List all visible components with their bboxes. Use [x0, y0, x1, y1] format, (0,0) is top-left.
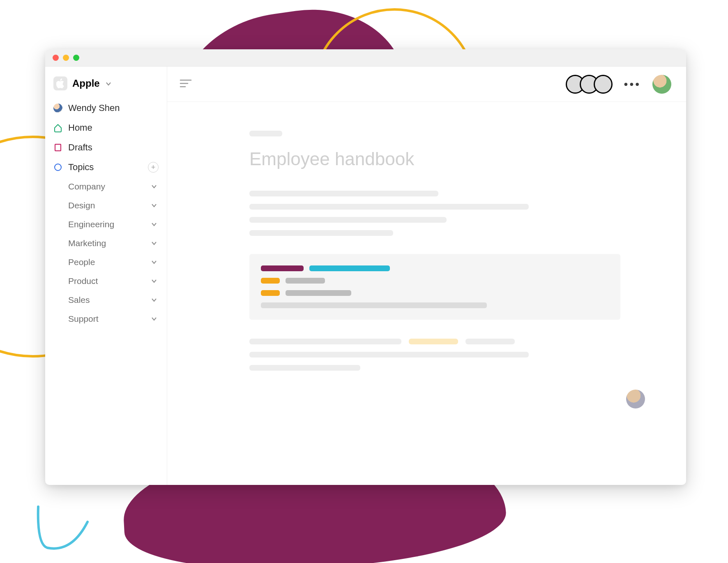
blue-triangle: [35, 503, 92, 551]
chevron-down-icon: [151, 184, 157, 189]
sidebar-subitem-marketing[interactable]: Marketing: [52, 235, 160, 252]
apple-logo-icon: [53, 76, 67, 90]
code-token: [261, 278, 280, 284]
chevron-down-icon: [151, 278, 157, 284]
code-token: [286, 290, 351, 296]
chevron-down-icon: [151, 222, 157, 227]
sidebar-home-label: Home: [68, 122, 92, 133]
highlighted-segment: [409, 339, 458, 344]
window-titlebar: [45, 49, 686, 67]
chevron-down-icon: [151, 240, 157, 246]
sidebar-item-user[interactable]: Wendy Shen: [52, 99, 160, 117]
window-zoom-button[interactable]: [73, 55, 79, 61]
subitem-label: Design: [68, 201, 95, 210]
text-line: [249, 191, 438, 196]
text-line: [249, 204, 529, 210]
sidebar-user-label: Wendy Shen: [68, 103, 120, 113]
document-canvas[interactable]: Employee handbook: [167, 102, 686, 485]
subitem-label: People: [68, 257, 95, 267]
text-line: [249, 217, 447, 223]
drafts-icon: [53, 143, 62, 152]
doc-breadcrumb-placeholder: [249, 131, 282, 136]
window-minimize-button[interactable]: [63, 55, 69, 61]
subitem-label: Engineering: [68, 219, 114, 229]
subitem-label: Marketing: [68, 238, 106, 248]
code-token: [309, 265, 390, 271]
sidebar-subitem-product[interactable]: Product: [52, 273, 160, 289]
sidebar-subitem-people[interactable]: People: [52, 254, 160, 270]
text-line: [249, 230, 393, 236]
more-menu-button[interactable]: •••: [624, 78, 641, 91]
subitem-label: Sales: [68, 295, 90, 305]
document-title[interactable]: Employee handbook: [249, 149, 620, 169]
sidebar-topics-label: Topics: [68, 162, 94, 173]
text-line: [249, 352, 529, 358]
text-segment: [249, 339, 401, 344]
presence-avatar-3[interactable]: [594, 75, 613, 94]
sidebar-item-home[interactable]: Home: [52, 119, 160, 136]
code-block-placeholder: [249, 254, 620, 320]
workspace-name: Apple: [72, 78, 100, 89]
sidebar-item-topics[interactable]: Topics +: [52, 159, 160, 176]
app-window: Apple Wendy Shen Home Drafts: [45, 49, 686, 485]
text-line: [249, 339, 620, 344]
code-line: [261, 290, 609, 296]
paragraph-placeholder: [249, 191, 620, 236]
workspace-switcher[interactable]: Apple: [52, 74, 160, 97]
sidebar-subitem-company[interactable]: Company: [52, 178, 160, 195]
text-line: [249, 365, 360, 371]
sidebar: Apple Wendy Shen Home Drafts: [45, 67, 167, 485]
add-topic-button[interactable]: +: [148, 162, 159, 173]
topics-icon: [53, 163, 62, 172]
main-area: ••• Employee handbook: [167, 67, 686, 485]
collaborator-cursor-avatar[interactable]: [626, 390, 645, 408]
home-icon: [53, 123, 62, 132]
chevron-down-icon: [151, 203, 157, 208]
sidebar-drafts-label: Drafts: [68, 142, 92, 153]
code-token: [286, 278, 325, 284]
chevron-down-icon: [151, 297, 157, 303]
paragraph-placeholder: [249, 339, 620, 371]
code-line: [261, 278, 609, 284]
subitem-label: Product: [68, 276, 98, 286]
chevron-down-icon: [151, 259, 157, 265]
current-user-avatar[interactable]: [652, 75, 671, 94]
subitem-label: Support: [68, 314, 99, 324]
subitem-label: Company: [68, 182, 105, 192]
sidebar-subitem-design[interactable]: Design: [52, 197, 160, 214]
sidebar-subitem-support[interactable]: Support: [52, 311, 160, 327]
code-token: [261, 265, 304, 271]
code-token: [261, 290, 280, 296]
chevron-down-icon: [106, 78, 111, 89]
sidebar-subitem-sales[interactable]: Sales: [52, 292, 160, 308]
svg-rect-0: [55, 144, 61, 151]
sidebar-item-drafts[interactable]: Drafts: [52, 139, 160, 156]
code-line: [261, 265, 609, 271]
code-line: [261, 302, 609, 308]
document-toolbar: •••: [167, 67, 686, 102]
chevron-down-icon: [151, 316, 157, 322]
svg-point-1: [55, 164, 61, 171]
code-token: [261, 302, 487, 308]
outline-toggle-button[interactable]: [180, 79, 192, 90]
window-close-button[interactable]: [53, 55, 59, 61]
presence-avatars[interactable]: [566, 75, 613, 94]
user-avatar-icon: [53, 104, 62, 113]
sidebar-subitem-engineering[interactable]: Engineering: [52, 216, 160, 233]
text-segment: [465, 339, 515, 344]
